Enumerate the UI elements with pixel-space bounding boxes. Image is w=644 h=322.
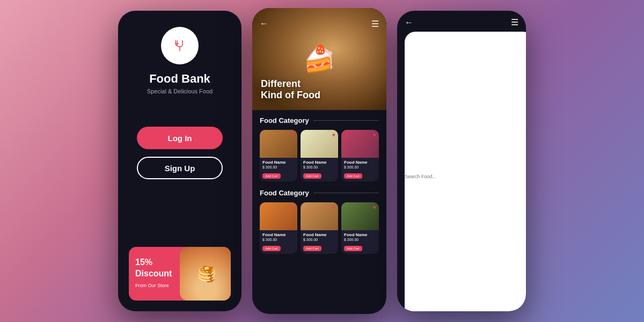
section-divider-1 — [313, 120, 379, 121]
signup-button[interactable]: Sign Up — [137, 157, 223, 179]
food-card-2: ♥ Food Name $ 300.00 Add Cart — [301, 130, 338, 181]
section-header-2: Food Category — [260, 189, 379, 197]
food-card-3: ♥ Food Name $ 300.00 Add Cart — [341, 130, 379, 181]
top-bar: ← ☰ — [397, 11, 526, 32]
app-name: Food Bank — [149, 72, 210, 86]
search-input[interactable] — [405, 35, 526, 311]
heart-icon-4[interactable]: ♥ — [291, 204, 295, 210]
back-icon-list[interactable]: ← — [405, 18, 413, 27]
section-title-2: Food Category — [260, 189, 309, 197]
heart-icon-6[interactable]: ♥ — [373, 204, 376, 210]
food-card-body-6: Food Name $ 300.00 Add Cart — [341, 230, 379, 254]
food-card-body-3: Food Name $ 300.00 Add Cart — [341, 158, 379, 181]
add-cart-btn-3[interactable]: Add Cart — [344, 173, 362, 179]
heart-icon-2[interactable]: ♥ — [332, 132, 335, 138]
food-card-img-1: ♥ — [260, 130, 297, 158]
search-row: 🔍 ⚙ — [397, 32, 526, 311]
app-tagline: Special & Delicious Food — [147, 88, 213, 94]
phone-login-screen: Food Bank Special & Delicious Food Log I… — [118, 11, 241, 311]
nav-bar: ← ☰ — [252, 13, 386, 34]
add-cart-btn-4[interactable]: Add Cart — [262, 246, 281, 251]
food-card-img-5: ♥ — [301, 202, 338, 230]
food-card-body-2: Food Name $ 300.00 Add Cart — [301, 158, 338, 181]
search-bar: 🔍 — [405, 32, 526, 311]
discount-food-image: 🥞 — [180, 247, 231, 301]
food-card-body-5: Food Name $ 300.00 Add Cart — [301, 230, 338, 254]
food-card-5: ♥ Food Name $ 300.00 Add Cart — [301, 202, 338, 254]
food-card-body-1: Food Name $ 300.00 Add Cart — [260, 158, 297, 181]
heart-icon-3[interactable]: ♥ — [373, 132, 376, 138]
login-button[interactable]: Log In — [137, 127, 223, 149]
food-card-body-4: Food Name $ 300.00 Add Cart — [260, 230, 297, 254]
add-cart-btn-1[interactable]: Add Cart — [262, 173, 281, 179]
phone-list-screen: ← ☰ 🔍 ⚙ ♥ Food Name Lorem ipsum dolor si… — [397, 11, 526, 311]
food-grid-2: ♥ Food Name $ 300.00 Add Cart ♥ Food Nam… — [260, 202, 379, 254]
hero-wrapper: 🍰 ← ☰ Different Kind of Food — [252, 8, 386, 110]
menu-content: Food Category ♥ Food Name $ 300.00 Add C… — [252, 110, 386, 314]
food-card-6: ♥ Food Name $ 300.00 Add Cart — [341, 202, 379, 254]
food-card-1: ♥ Food Name $ 300.00 Add Cart — [260, 130, 297, 181]
logo-circle — [161, 27, 199, 64]
food-grid-1: ♥ Food Name $ 300.00 Add Cart ♥ Food Nam… — [260, 130, 379, 181]
section-divider-2 — [313, 193, 379, 193]
food-card-img-4: ♥ — [260, 202, 297, 230]
heart-icon-1[interactable]: ♥ — [291, 132, 295, 138]
food-card-img-3: ♥ — [341, 130, 379, 158]
section-title-1: Food Category — [260, 116, 309, 125]
food-card-4: ♥ Food Name $ 300.00 Add Cart — [260, 202, 297, 254]
discount-text: 15% Discount From Our Store — [135, 257, 172, 290]
discount-banner: 15% Discount From Our Store 🥞 — [129, 247, 231, 301]
phone-menu-screen: 🍰 ← ☰ Different Kind of Food Food Catego… — [252, 8, 386, 314]
food-card-img-2: ♥ — [301, 130, 338, 158]
menu-icon[interactable]: ☰ — [371, 19, 379, 29]
food-card-img-6: ♥ — [341, 202, 379, 230]
back-icon[interactable]: ← — [260, 19, 268, 29]
heart-icon-5[interactable]: ♥ — [332, 204, 335, 210]
add-cart-btn-2[interactable]: Add Cart — [303, 173, 321, 179]
menu-icon-list[interactable]: ☰ — [511, 17, 518, 27]
hero-overlay: Different Kind of Food — [261, 78, 320, 101]
add-cart-btn-6[interactable]: Add Cart — [344, 246, 362, 251]
svg-point-0 — [171, 36, 189, 55]
add-cart-btn-5[interactable]: Add Cart — [303, 246, 321, 251]
section-header-1: Food Category — [260, 116, 379, 125]
fork-knife-icon — [170, 36, 189, 55]
